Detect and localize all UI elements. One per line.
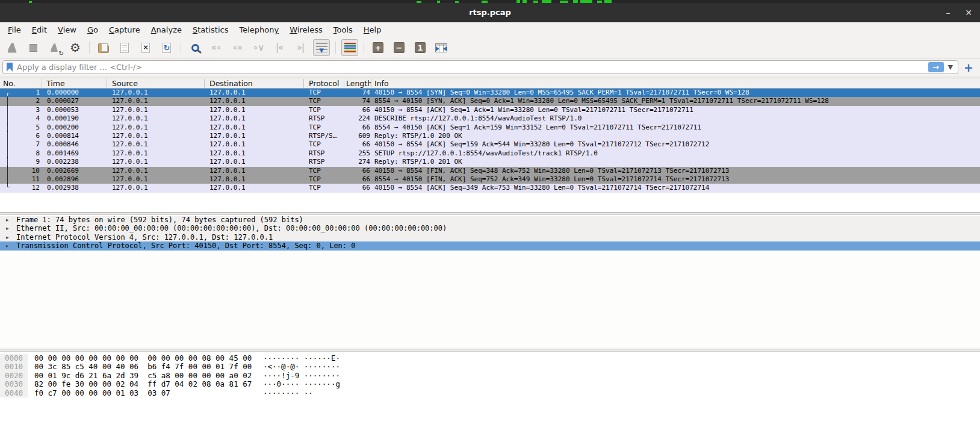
menu-capture[interactable]: Capture xyxy=(104,23,146,36)
detail-row[interactable]: ▸Transmission Control Protocol, Src Port… xyxy=(0,241,980,250)
column-header-no[interactable]: No. xyxy=(0,79,42,89)
cell-no: 1 xyxy=(0,89,42,97)
reload-file-button[interactable]: ↻ xyxy=(158,39,175,56)
packet-row[interactable]: 50.000200127.0.0.1127.0.0.1TCP668554 → 4… xyxy=(0,123,980,132)
hex-bytes[interactable]: 00 3c 85 c5 40 00 40 06 b6 f4 7f 00 00 0… xyxy=(34,363,263,371)
hex-ascii[interactable]: ·<··@·@· ········ xyxy=(263,363,340,371)
expander-icon[interactable]: ▸ xyxy=(6,233,9,241)
hex-bytes[interactable]: 82 00 fe 30 00 00 02 04 ff d7 04 02 08 0… xyxy=(34,380,263,388)
capture-start-button[interactable] xyxy=(4,39,20,56)
autoscroll-button[interactable] xyxy=(313,39,330,56)
packet-row[interactable]: 20.000027127.0.0.1127.0.0.1TCP748554 → 4… xyxy=(0,97,980,105)
cell-info: SETUP rtsp://127.0.0.1:8554/wavAudioTest… xyxy=(371,149,980,158)
expander-icon[interactable]: ▸ xyxy=(6,224,9,232)
menu-telephony[interactable]: Telephony xyxy=(234,23,284,36)
hex-ascii[interactable]: ········ ·· xyxy=(263,389,313,397)
packet-row[interactable]: 40.000190127.0.0.1127.0.0.1RTSP224DESCRI… xyxy=(0,114,980,123)
column-header-info[interactable]: Info xyxy=(371,79,980,89)
go-forward-button[interactable]: ∘» xyxy=(229,39,246,56)
pane-splitter-top[interactable] xyxy=(0,212,980,215)
packet-row[interactable]: 110.002896127.0.0.1127.0.0.1TCP668554 → … xyxy=(0,175,980,184)
cell-destination: 127.0.0.1 xyxy=(205,106,304,114)
add-filter-button[interactable]: + xyxy=(961,60,976,74)
hex-bytes[interactable]: 00 01 9c d6 21 6a 2d 39 c5 a8 00 00 00 0… xyxy=(34,372,263,380)
hex-row[interactable]: 002000 01 9c d6 21 6a 2d 39 c5 a8 00 00 … xyxy=(0,372,980,380)
toolbar-separator xyxy=(335,42,336,54)
menu-help[interactable]: Help xyxy=(358,23,387,36)
capture-restart-button[interactable]: ↻ xyxy=(46,39,63,56)
cell-info: DESCRIBE rtsp://127.0.0.1:8554/wavAudioT… xyxy=(371,114,980,123)
menu-edit[interactable]: Edit xyxy=(26,23,52,36)
resize-columns-button[interactable] xyxy=(433,39,450,56)
filter-bookmark-icon[interactable] xyxy=(7,63,13,72)
column-header-source[interactable]: Source xyxy=(107,79,205,89)
column-header-length[interactable]: Length xyxy=(344,79,371,89)
column-header-destination[interactable]: Destination xyxy=(205,79,304,89)
close-file-button[interactable]: ✕ xyxy=(137,39,154,56)
zoom-in-button[interactable]: + xyxy=(370,39,386,56)
cell-info: 8554 → 40150 [SYN, ACK] Seq=0 Ack=1 Win=… xyxy=(371,97,980,105)
packet-row[interactable]: 90.002238127.0.0.1127.0.0.1RTSP274Reply:… xyxy=(0,158,980,166)
apply-filter-button[interactable]: → xyxy=(928,62,944,72)
hex-ascii[interactable]: ····!j-9 ········ xyxy=(263,372,340,380)
hex-ascii[interactable]: ···0···· ·······g xyxy=(263,380,340,388)
packet-row[interactable]: 80.001469127.0.0.1127.0.0.1RTSP255SETUP … xyxy=(0,149,980,158)
cell-destination: 127.0.0.1 xyxy=(205,123,304,132)
menu-wireless[interactable]: Wireless xyxy=(284,23,327,36)
save-file-button[interactable] xyxy=(116,39,133,56)
detail-row[interactable]: ▸Internet Protocol Version 4, Src: 127.0… xyxy=(0,233,980,241)
column-header-protocol[interactable]: Protocol xyxy=(304,79,344,89)
packet-row[interactable]: 100.002669127.0.0.1127.0.0.1TCP6640150 →… xyxy=(0,167,980,175)
packet-row[interactable]: 70.000846127.0.0.1127.0.0.1TCP6640150 → … xyxy=(0,140,980,149)
cell-time: 0.000814 xyxy=(42,132,107,140)
zoom-out-button[interactable]: − xyxy=(391,39,408,56)
close-button[interactable]: ✕ xyxy=(960,3,978,22)
capture-options-icon: ⚙ xyxy=(70,42,81,54)
display-filter-field[interactable]: → ▼ xyxy=(2,60,958,74)
column-header-time[interactable]: Time xyxy=(42,79,107,89)
filter-toolbar: → ▼ + xyxy=(0,58,980,76)
go-to-packet-button[interactable]: ∘∨ xyxy=(250,39,267,56)
menu-go[interactable]: Go xyxy=(82,23,104,36)
menu-statistics[interactable]: Statistics xyxy=(187,23,234,36)
go-first-packet-button[interactable]: |« xyxy=(271,39,288,56)
hex-bytes[interactable]: 00 00 00 00 00 00 00 00 00 00 00 00 08 0… xyxy=(34,354,263,363)
hex-row[interactable]: 000000 00 00 00 00 00 00 00 00 00 00 00 … xyxy=(0,354,980,363)
packet-row[interactable]: 60.000814127.0.0.1127.0.0.1RTSP/S…609Rep… xyxy=(0,132,980,140)
go-last-packet-button[interactable]: »| xyxy=(292,39,309,56)
expander-icon[interactable]: ▸ xyxy=(6,241,9,250)
file-reload-glyph: ↻ xyxy=(163,43,170,52)
hex-ascii[interactable]: ········ ······E· xyxy=(263,354,340,363)
menu-tools[interactable]: Tools xyxy=(328,23,358,36)
hex-bytes[interactable]: f0 c7 00 00 00 00 01 03 03 07 xyxy=(34,389,263,397)
menu-file[interactable]: File xyxy=(2,23,26,36)
capture-options-button[interactable]: ⚙ xyxy=(67,39,84,56)
pane-splitter-bottom[interactable] xyxy=(0,349,980,352)
cell-length: 274 xyxy=(344,158,371,166)
hex-row[interactable]: 001000 3c 85 c5 40 00 40 06 b6 f4 7f 00 … xyxy=(0,363,980,371)
packet-row[interactable]: 30.000053127.0.0.1127.0.0.1TCP6640150 → … xyxy=(0,106,980,114)
filter-dropdown-icon[interactable]: ▼ xyxy=(948,63,953,71)
menu-view[interactable]: View xyxy=(52,23,82,36)
hex-row[interactable]: 003082 00 fe 30 00 00 02 04 ff d7 04 02 … xyxy=(0,380,980,388)
colorize-button[interactable] xyxy=(341,39,358,56)
titlebar[interactable]: rtsp.pcap – ✕ xyxy=(0,3,980,22)
packet-row[interactable]: 10.000000127.0.0.1127.0.0.1TCP7440150 → … xyxy=(0,89,980,97)
display-filter-input[interactable] xyxy=(17,63,928,72)
go-back-button[interactable]: «∘ xyxy=(208,39,225,56)
detail-row[interactable]: ▸Frame 1: 74 bytes on wire (592 bits), 7… xyxy=(0,216,980,224)
autoscroll-icon xyxy=(316,43,327,52)
minimize-button[interactable]: – xyxy=(939,3,957,22)
find-packet-button[interactable] xyxy=(187,39,203,56)
cell-length: 255 xyxy=(344,149,371,158)
packet-row[interactable]: 120.002938127.0.0.1127.0.0.1TCP6640150 →… xyxy=(0,184,980,192)
capture-stop-button[interactable] xyxy=(25,39,42,56)
open-file-button[interactable] xyxy=(95,39,112,56)
find-packet-icon xyxy=(191,44,199,52)
hex-row[interactable]: 0040f0 c7 00 00 00 00 01 03 03 07·······… xyxy=(0,389,980,397)
zoom-original-button[interactable]: 1 xyxy=(412,39,429,56)
file-x-glyph: ✕ xyxy=(142,43,149,52)
detail-row[interactable]: ▸Ethernet II, Src: 00:00:00_00:00:00 (00… xyxy=(0,224,980,232)
menu-analyze[interactable]: Analyze xyxy=(146,23,187,36)
expander-icon[interactable]: ▸ xyxy=(6,216,9,224)
